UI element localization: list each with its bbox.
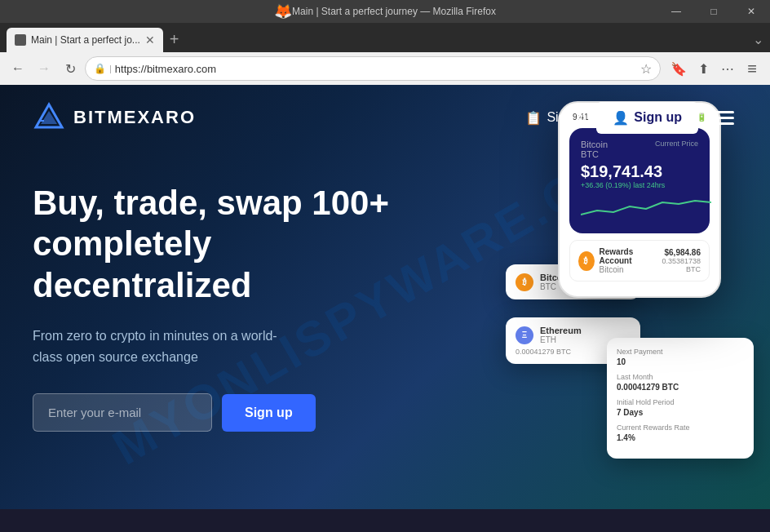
shield-icon: 🔒 [94,63,106,74]
new-tab-button[interactable]: + [170,30,179,49]
hamburger-menu-button[interactable] [708,108,737,128]
header-right: 📋 Sign in 👤 Sign up [525,102,737,134]
window-title: Main | Start a perfect journey — Mozilla… [292,6,496,17]
window-controls: — □ ✕ [657,0,770,23]
hero-signup-label: Sign up [245,406,293,419]
hero-signup-button[interactable]: Sign up [222,394,316,432]
signup-label: Sign up [634,110,682,125]
menu-line-1 [711,111,734,113]
signin-label: Sign in [547,110,586,125]
address-bar[interactable]: 🔒 | https://bitmexaro.com ☆ [85,56,661,81]
extensions-button[interactable]: ⋯ [716,57,739,80]
logo-text: BITMEXARO [73,107,196,128]
site-header: BITMEXARO 📋 Sign in 👤 Sign up [0,85,770,150]
close-button[interactable]: ✕ [732,0,770,23]
logo-icon [33,101,65,134]
nav-bar: ← → ↻ 🔒 | https://bitmexaro.com ☆ 🔖 ⬆ ⋯ … [0,52,770,85]
logo: BITMEXARO [33,101,196,134]
tab-bar: Main | Start a perfect jo... ✕ + ⌄ [0,23,770,52]
nav-right-buttons: 🔖 ⬆ ⋯ ≡ [667,57,763,80]
email-input[interactable] [33,393,212,432]
hero-form: Sign up [33,393,737,432]
minimize-button[interactable]: — [657,0,695,23]
active-tab[interactable]: Main | Start a perfect jo... ✕ [7,28,163,52]
user-icon: 👤 [613,110,629,126]
firefox-icon: 🦊 [274,2,292,20]
signin-icon: 📋 [525,110,542,126]
forward-button[interactable]: → [33,57,55,80]
reload-button[interactable]: ↻ [59,57,82,80]
maximize-button[interactable]: □ [695,0,732,23]
menu-line-2 [711,117,734,119]
signup-button[interactable]: 👤 Sign up [596,102,698,134]
tab-overflow-button[interactable]: ⌄ [753,32,763,47]
menu-button[interactable]: ≡ [741,57,763,80]
browser-chrome: 🦊 Main | Start a perfect journey — Mozil… [0,0,770,85]
rewards-rate-value: 1.4% [617,433,744,442]
tab-favicon [15,34,26,46]
signin-button[interactable]: 📋 Sign in [525,110,586,126]
bookmark-star-icon[interactable]: ☆ [640,61,652,77]
hero-subtitle: From zero to crypto in minutes on a worl… [33,326,294,367]
hero-section: Buy, trade, swap 100+ completely decentr… [0,150,770,432]
lock-icon: | [109,64,112,73]
url-text: https://bitmexaro.com [115,63,634,75]
back-button[interactable]: ← [7,57,29,80]
website-content: MYONLISPYWARE.COM BITMEXARO 📋 Sign in 👤 … [0,85,770,509]
menu-line-3 [711,122,734,125]
title-bar: 🦊 Main | Start a perfect journey — Mozil… [0,0,770,23]
pocket-button[interactable]: 🔖 [667,57,690,80]
tab-close-button[interactable]: ✕ [145,33,155,47]
share-button[interactable]: ⬆ [692,57,715,80]
hero-title: Buy, trade, swap 100+ completely decentr… [33,183,400,306]
tab-label: Main | Start a perfect jo... [31,34,140,46]
